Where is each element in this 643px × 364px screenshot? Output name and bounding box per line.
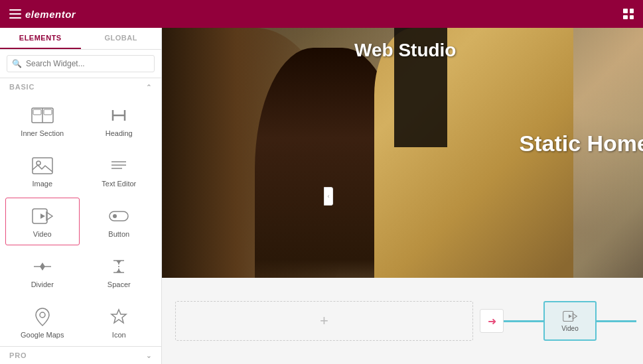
panel-tabs: ELEMENTS GLOBAL	[0, 28, 161, 50]
svg-marker-23	[116, 261, 121, 264]
video-drop-icon	[563, 310, 577, 322]
tab-global[interactable]: GLOBAL	[81, 28, 162, 49]
svg-point-8	[36, 161, 40, 165]
canvas-webstudio-heading: Web Studio	[354, 40, 456, 61]
video-label: Video	[33, 230, 52, 238]
svg-rect-15	[109, 212, 128, 221]
divider-label: Divider	[31, 280, 54, 288]
widget-inner-section[interactable]: Inner Section	[5, 97, 80, 145]
main-layout: ELEMENTS GLOBAL 🔍 BASIC ⌃	[0, 28, 643, 364]
svg-rect-7	[33, 158, 52, 174]
drag-line-right	[597, 320, 636, 322]
pro-section-header[interactable]: PRO ⌄	[0, 346, 161, 364]
tab-elements[interactable]: ELEMENTS	[0, 28, 81, 49]
icon-label: Icon	[112, 331, 126, 339]
pro-section-label: PRO	[9, 351, 27, 359]
svg-marker-26	[111, 310, 126, 323]
text-editor-icon	[107, 156, 131, 176]
basic-chevron-icon: ⌃	[146, 84, 152, 91]
google-maps-icon	[31, 307, 54, 327]
heading-label: Heading	[106, 129, 133, 137]
icon-icon	[107, 307, 131, 327]
widget-button[interactable]: Button	[82, 198, 157, 245]
add-section-plus: +	[320, 312, 328, 330]
widget-divider[interactable]: Divider	[5, 248, 80, 296]
divider-icon	[31, 257, 54, 276]
svg-point-16	[113, 214, 117, 218]
svg-marker-24	[116, 269, 121, 273]
widget-text-editor[interactable]: Text Editor	[82, 147, 157, 195]
heading-icon	[107, 105, 131, 125]
text-editor-label: Text Editor	[102, 180, 136, 188]
image-label: Image	[32, 180, 52, 188]
svg-point-25	[40, 312, 45, 318]
svg-marker-19	[40, 267, 45, 271]
top-bar: elementor	[0, 0, 643, 28]
canvas-statichome-heading: Static Home	[520, 131, 644, 156]
button-icon	[107, 206, 131, 226]
search-icon: 🔍	[12, 59, 22, 68]
widget-google-maps[interactable]: Google Maps	[5, 298, 80, 346]
video-drop-target[interactable]: Video	[543, 301, 597, 341]
canvas-bottom: + ➜ Video	[162, 278, 643, 364]
widget-video[interactable]: Video	[5, 198, 80, 245]
button-label: Button	[108, 230, 129, 238]
spacer-label: Spacer	[107, 280, 131, 288]
svg-rect-3	[44, 109, 52, 115]
widgets-grid: Inner Section Heading	[0, 95, 161, 346]
widget-image[interactable]: Image	[5, 147, 80, 195]
drag-indicator: ➜ Video	[480, 301, 636, 341]
pro-chevron-icon: ⌄	[146, 352, 152, 359]
video-icon	[31, 206, 54, 226]
inner-section-icon	[31, 105, 54, 125]
drag-line	[504, 320, 543, 322]
basic-section-label: BASIC	[9, 83, 35, 91]
widget-spacer[interactable]: Spacer	[82, 248, 157, 296]
drag-arrow-box: ➜	[480, 309, 504, 333]
add-section-area[interactable]: +	[175, 301, 473, 341]
svg-marker-14	[40, 213, 45, 219]
basic-section-header[interactable]: BASIC ⌃	[0, 78, 161, 95]
hamburger-icon[interactable]	[9, 9, 21, 19]
collapse-chevron-icon: ‹	[328, 193, 330, 200]
spacer-icon	[107, 257, 131, 276]
widget-heading[interactable]: Heading	[82, 97, 157, 145]
top-bar-logo: elementor	[25, 9, 76, 20]
top-bar-left: elementor	[9, 9, 76, 20]
collapse-panel-button[interactable]: ‹	[324, 187, 333, 206]
search-input[interactable]	[7, 55, 155, 72]
image-icon	[31, 156, 54, 176]
svg-rect-2	[33, 109, 41, 115]
inner-section-label: Inner Section	[21, 129, 64, 137]
search-bar: 🔍	[0, 50, 161, 78]
top-bar-right	[623, 9, 634, 19]
drag-arrow-icon: ➜	[488, 315, 496, 328]
google-maps-label: Google Maps	[21, 331, 64, 339]
svg-marker-18	[40, 263, 45, 267]
left-panel: ELEMENTS GLOBAL 🔍 BASIC ⌃	[0, 28, 162, 364]
grid-icon[interactable]	[623, 9, 634, 19]
video-drop-label: Video	[561, 325, 578, 332]
svg-marker-29	[569, 314, 572, 318]
widget-icon[interactable]: Icon	[82, 298, 157, 346]
canvas-area: Web Studio Static Home + ➜ Vide	[162, 28, 643, 364]
